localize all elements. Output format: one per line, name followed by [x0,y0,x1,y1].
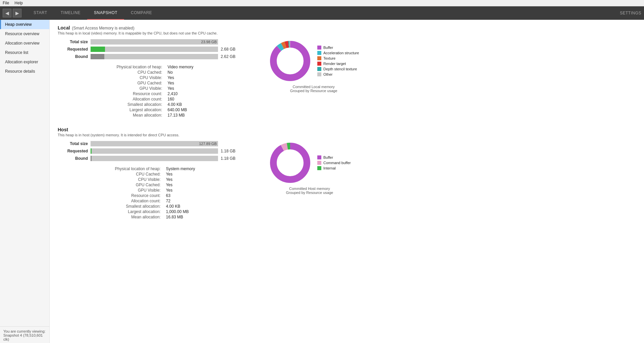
host-legend-internal: Internal [317,166,351,170]
menubar: File Help [0,0,644,6]
host-legend: Buffer Command buffer Internal [317,155,351,170]
host-bound-bar [91,156,218,161]
host-title: Host [58,127,636,132]
legend-accel: Acceleration structure [317,51,359,55]
local-info-key: Smallest allocation: [58,102,162,107]
legend-buffer-label: Buffer [323,46,333,50]
local-info-key: Mean allocation: [58,113,162,118]
host-info-val: Yes [166,188,252,193]
local-requested-label: Requested [58,47,88,52]
local-bound-fill [91,54,104,59]
host-chart-area: Buffer Command buffer Internal [268,141,351,219]
local-info-val: Yes [167,86,252,91]
tab-timeline[interactable]: TIMELINE [54,6,87,20]
host-info-key: GPU Cached: [58,183,161,187]
host-info-val: Yes [166,177,252,182]
local-requested-fill [91,47,105,52]
host-bound-row: Bound 1.18 GB [58,156,252,161]
host-requested-label: Requested [58,149,88,153]
host-total-size-label: Total size [58,141,88,146]
host-chart-caption: Committed Host memory Grouped by Resourc… [286,187,333,195]
local-chart-caption: Committed Local memory Grouped by Resour… [290,85,337,93]
sidebar-item-resource-overview[interactable]: Resource overview [0,29,49,39]
local-bound-row: Bound 2.62 GB [58,54,252,59]
host-info-val: 16.83 MB [166,215,252,219]
legend-render-target-label: Render target [323,62,346,66]
sidebar-item-heap-overview[interactable]: Heap overview [0,20,49,29]
menu-help[interactable]: Help [14,1,23,5]
local-chart-title2: Grouped by Resource usage [290,89,337,93]
local-donut-chart [268,39,312,83]
legend-buffer: Buffer [317,46,359,50]
host-info-key: Mean allocation: [58,215,161,219]
legend-depth-stencil-color [317,67,321,71]
host-requested-fill [91,148,92,154]
host-legend-buffer-label: Buffer [323,155,333,159]
host-info-val: 63 [166,193,252,198]
svg-point-0 [273,44,307,78]
local-desc: This heap is in local (video) memory. It… [58,31,636,35]
settings-button[interactable]: SETTINGS [620,11,641,15]
local-info-key: CPU Cached: [58,70,162,75]
tab-snapshot[interactable]: SNAPSHOT [87,6,124,20]
host-desc: This heap is in host (system) memory. It… [58,133,636,137]
sidebar-item-resource-list[interactable]: Resource list [0,48,49,57]
host-info-val: 1,000.00 MB [166,209,252,214]
host-chart-with-legend: Buffer Command buffer Internal [268,141,351,185]
svg-point-6 [273,146,307,180]
host-info-grid: Physical location of heap:System memoryC… [58,166,252,219]
legend-texture-color [317,56,321,60]
legend-buffer-color [317,46,321,50]
local-info-val: Video memory [167,65,252,69]
nav-forward-button[interactable]: ▶ [13,9,21,17]
local-requested-value: 2.68 GB [221,47,235,52]
host-legend-cmd-label: Command buffer [323,161,351,165]
local-info-val: 640.00 MB [167,108,252,112]
local-info-val: 4.00 KB [167,102,252,107]
local-info-val: 160 [167,97,252,101]
legend-accel-color [317,51,321,55]
local-bound-value: 2.62 GB [221,54,235,59]
host-requested-bar [91,148,218,154]
local-info-table: Physical location of heap:Video memoryCP… [58,65,252,118]
menu-file[interactable]: File [3,1,9,5]
local-info-val: Yes [167,75,252,80]
local-info-key: Physical location of heap: [58,65,162,69]
sidebar: Heap overview Resource overview Allocati… [0,20,50,343]
sidebar-footer-line1: You are currently viewing: [3,329,46,333]
sidebar-item-resource-details[interactable]: Resource details [0,67,49,76]
host-bound-fill [91,156,92,161]
local-legend: Buffer Acceleration structure Texture [317,46,359,76]
legend-render-target-color [317,62,321,66]
toolbar-tabs: START TIMELINE SNAPSHOT COMPARE [27,6,620,20]
host-info-val: System memory [166,166,252,171]
host-info-table: Physical location of heap:System memoryC… [58,166,252,219]
layout: Heap overview Resource overview Allocati… [0,20,644,343]
local-total-size-row: Total size 23.98 GB [58,39,252,45]
host-info-val: 4.00 KB [166,204,252,209]
local-total-size-value: 23.98 GB [201,39,217,45]
local-info-key: CPU Visible: [58,75,162,80]
host-info-key: Physical location of heap: [58,166,161,171]
legend-texture-label: Texture [323,56,335,60]
local-info-val: 17.13 MB [167,113,252,118]
host-chart-title2: Grouped by Resource usage [286,191,333,195]
tab-start[interactable]: START [27,6,54,20]
host-info-key: Smallest allocation: [58,204,161,209]
host-legend-cmd-color [317,161,321,165]
sidebar-footer-line2: Snapshot 4 (78,510,601 clk) [3,333,46,341]
legend-depth-stencil-label: Depth stencil texture [323,67,357,71]
host-info-key: CPU Visible: [58,177,161,182]
host-legend-command-buffer: Command buffer [317,161,351,165]
host-info-key: CPU Cached: [58,172,161,177]
host-info-key: GPU Visible: [58,188,161,193]
sidebar-item-allocation-overview[interactable]: Allocation overview [0,39,49,48]
sidebar-item-allocation-explorer[interactable]: Allocation explorer [0,57,49,67]
local-bound-label: Bound [58,54,88,59]
local-info-grid: Physical location of heap:Video memoryCP… [58,65,252,118]
nav-back-button[interactable]: ◀ [3,9,11,17]
local-info-val: Yes [167,81,252,85]
tab-compare[interactable]: COMPARE [124,6,159,20]
host-legend-internal-color [317,166,321,170]
local-chart-with-legend: Buffer Acceleration structure Texture [268,39,359,83]
